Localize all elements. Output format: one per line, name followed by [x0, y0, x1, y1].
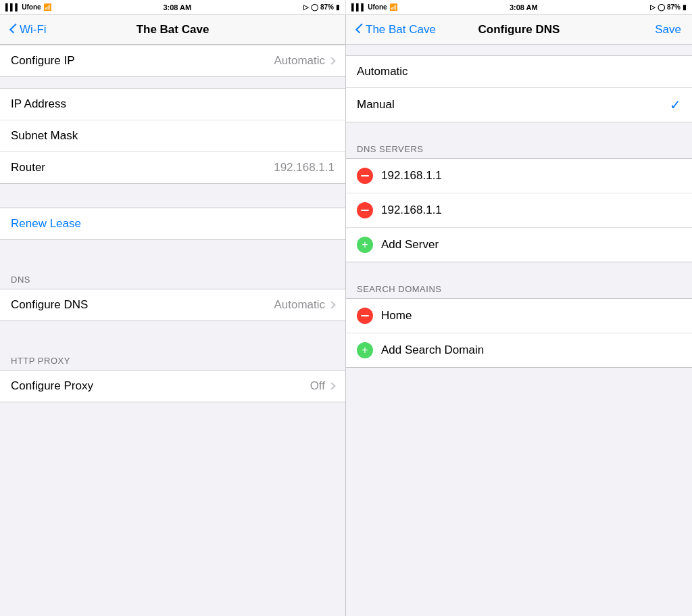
dns-server-1-label: 192.168.1.1	[381, 169, 442, 183]
wifi-icon-right: 📶	[389, 3, 397, 11]
configure-dns-value: Automatic	[274, 298, 335, 312]
configure-proxy-chevron	[328, 382, 335, 389]
configure-proxy-value: Off	[310, 379, 335, 393]
alarm-icon-right: ◯	[658, 3, 665, 11]
wifi-icon: 📶	[43, 3, 51, 11]
left-nav-bar: Wi-Fi The Bat Cave	[0, 15, 346, 45]
manual-label: Manual	[357, 98, 395, 112]
remove-home-domain-button[interactable]	[357, 308, 373, 324]
wifi-back-button[interactable]: Wi-Fi	[11, 23, 47, 37]
ip-address-row: IP Address	[0, 89, 345, 120]
left-carrier-signal: ▌▌▌ Ufone 📶	[5, 3, 51, 11]
right-panel: Automatic Manual ✓ DNS SERVERS 192.168.1…	[346, 45, 692, 616]
battery-icon-left: ▮	[336, 3, 340, 11]
dns-mode-group: Automatic Manual ✓	[346, 55, 692, 122]
subnet-mask-row: Subnet Mask	[0, 120, 345, 152]
automatic-option[interactable]: Automatic	[346, 56, 692, 88]
signal-bars-icon-right: ▌▌▌	[351, 3, 366, 11]
router-row: Router 192.168.1.1	[0, 152, 345, 183]
main-content: Configure IP Automatic IP Address Subnet…	[0, 45, 692, 616]
add-server-label: Add Server	[381, 238, 439, 252]
configure-dns-back-button[interactable]: The Bat Cave	[357, 23, 436, 37]
dns-servers-group: 192.168.1.1 192.168.1.1 Add Server	[346, 158, 692, 262]
manual-checkmark: ✓	[670, 97, 681, 113]
http-proxy-section-header: HTTP PROXY	[0, 345, 345, 370]
add-search-domain-row[interactable]: Add Search Domain	[346, 333, 692, 367]
renew-lease-label: Renew Lease	[11, 217, 81, 230]
time-left: 3:08 AM	[163, 3, 191, 11]
configure-ip-value: Automatic	[274, 54, 335, 68]
remove-dns-server-2-button[interactable]	[357, 202, 373, 218]
add-server-row[interactable]: Add Server	[346, 228, 692, 262]
configure-ip-chevron	[328, 57, 335, 64]
home-domain-label: Home	[381, 309, 412, 323]
chevron-left-icon	[9, 24, 20, 34]
configure-ip-value-text: Automatic	[274, 54, 325, 68]
add-server-button[interactable]	[357, 237, 373, 253]
configure-dns-row[interactable]: Configure DNS Automatic	[0, 289, 345, 321]
location-icon: ▷	[303, 3, 309, 11]
location-icon-right: ▷	[650, 3, 656, 11]
configure-dns-value-text: Automatic	[274, 298, 325, 312]
dns-section-header: DNS	[0, 264, 345, 289]
right-nav-bar: The Bat Cave Configure DNS Save	[346, 15, 692, 45]
automatic-label: Automatic	[357, 65, 408, 78]
router-label: Router	[11, 161, 45, 174]
dns-server-2-label: 192.168.1.1	[381, 204, 442, 217]
home-domain-row: Home	[346, 299, 692, 333]
search-domains-section-header: SEARCH DOMAINS	[346, 273, 692, 298]
left-nav-title: The Bat Cave	[137, 23, 209, 37]
time-right: 3:08 AM	[510, 3, 538, 11]
status-bar-left: ▌▌▌ Ufone 📶 3:08 AM ▷ ◯ 87% ▮	[0, 0, 346, 15]
configure-dns-chevron	[328, 301, 335, 308]
search-domains-group: Home Add Search Domain	[346, 298, 692, 368]
spacer-1	[0, 77, 345, 88]
configure-dns-label: Configure DNS	[11, 298, 88, 312]
dns-server-row-2: 192.168.1.1	[346, 193, 692, 228]
dns-servers-section-header: DNS SERVERS	[346, 133, 692, 158]
router-value: 192.168.1.1	[274, 161, 335, 174]
configure-dns-group: Configure DNS Automatic	[0, 289, 345, 321]
network-info-group: IP Address Subnet Mask Router 192.168.1.…	[0, 88, 345, 184]
right-nav-title: Configure DNS	[478, 23, 560, 37]
dns-header-text: DNS	[11, 275, 30, 285]
spacer-2	[0, 184, 345, 208]
signal-bars-icon: ▌▌▌	[5, 3, 20, 11]
chevron-left-icon-right	[355, 24, 366, 34]
dns-servers-header-text: DNS SERVERS	[357, 144, 423, 154]
spacer-4	[0, 321, 345, 345]
configure-proxy-value-text: Off	[310, 379, 325, 393]
battery-right: 87%	[667, 3, 681, 11]
http-proxy-header-text: HTTP PROXY	[11, 356, 70, 366]
right-spacer-1	[346, 122, 692, 133]
configure-ip-row[interactable]: Configure IP Automatic	[0, 45, 345, 76]
battery-left: 87%	[320, 3, 334, 11]
dns-server-row-1: 192.168.1.1	[346, 159, 692, 193]
right-spacer-2	[346, 262, 692, 273]
add-search-domain-label: Add Search Domain	[381, 343, 484, 357]
status-bar-right: ▌▌▌ Ufone 📶 3:08 AM ▷ ◯ 87% ▮	[346, 0, 692, 15]
router-value-text: 192.168.1.1	[274, 161, 335, 174]
left-panel: Configure IP Automatic IP Address Subnet…	[0, 45, 346, 616]
renew-lease-button[interactable]: Renew Lease	[0, 208, 345, 240]
subnet-mask-label: Subnet Mask	[11, 129, 78, 143]
search-domains-header-text: SEARCH DOMAINS	[357, 284, 441, 294]
remove-dns-server-1-button[interactable]	[357, 168, 373, 184]
spacer-3	[0, 240, 345, 264]
nav-bars: Wi-Fi The Bat Cave The Bat Cave Configur…	[0, 15, 692, 45]
left-status-icons: ▷ ◯ 87% ▮	[303, 3, 340, 11]
add-search-domain-button[interactable]	[357, 342, 373, 358]
alarm-icon: ◯	[311, 3, 318, 11]
configure-ip-label: Configure IP	[11, 54, 75, 68]
configure-proxy-group: Configure Proxy Off	[0, 370, 345, 402]
status-bar: ▌▌▌ Ufone 📶 3:08 AM ▷ ◯ 87% ▮ ▌▌▌ Ufone …	[0, 0, 692, 15]
right-carrier-signal: ▌▌▌ Ufone 📶	[351, 3, 397, 11]
save-button[interactable]: Save	[655, 23, 681, 37]
configure-proxy-row[interactable]: Configure Proxy Off	[0, 371, 345, 402]
manual-option[interactable]: Manual ✓	[346, 88, 692, 122]
battery-icon-right: ▮	[683, 3, 687, 11]
right-status-icons: ▷ ◯ 87% ▮	[650, 3, 687, 11]
carrier-name-right: Ufone	[368, 3, 387, 11]
configure-proxy-label: Configure Proxy	[11, 379, 93, 393]
configure-ip-group: Configure IP Automatic	[0, 45, 345, 77]
